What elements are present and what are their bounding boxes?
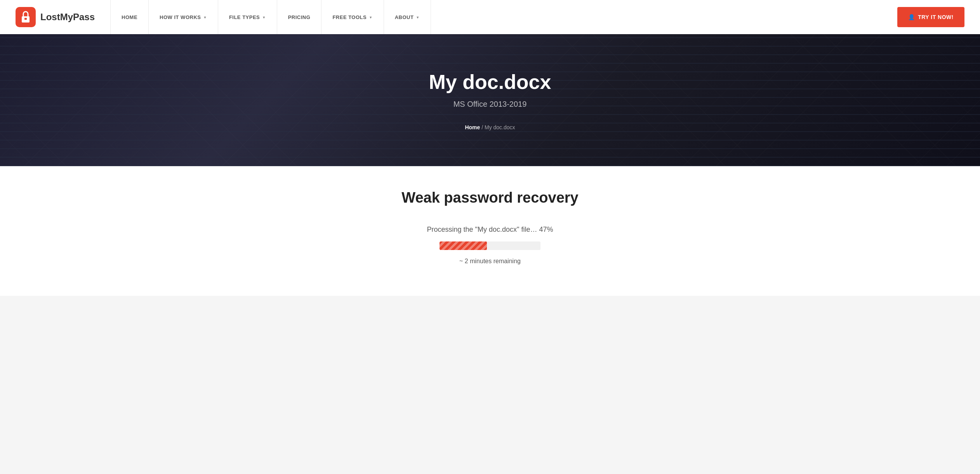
main-nav: HOME HOW IT WORKS ▼ FILE TYPES ▼ PRICING… <box>110 0 897 34</box>
chevron-down-icon: ▼ <box>262 16 266 19</box>
processing-text: Processing the "My doc.docx" file… 47% <box>427 226 553 234</box>
nav-item-file-types[interactable]: FILE TYPES ▼ <box>218 0 277 34</box>
logo-text: LostMyPass <box>40 12 95 23</box>
site-header: LostMyPass HOME HOW IT WORKS ▼ FILE TYPE… <box>0 0 980 34</box>
progress-bar-container <box>440 241 540 250</box>
progress-bar-fill <box>440 241 487 250</box>
nav-item-about[interactable]: ABOUT ▼ <box>384 0 431 34</box>
breadcrumb-home-link[interactable]: Home <box>465 124 480 130</box>
hero-subtitle: MS Office 2013-2019 <box>429 100 551 109</box>
hero-title: My doc.docx <box>429 70 551 94</box>
main-content: Weak password recovery Processing the "M… <box>0 166 980 296</box>
nav-item-pricing[interactable]: PRICING <box>277 0 322 34</box>
breadcrumb: Home / My doc.docx <box>429 124 551 130</box>
hero-content: My doc.docx MS Office 2013-2019 Home / M… <box>429 70 551 130</box>
nav-item-home[interactable]: HOME <box>110 0 149 34</box>
hero-section: My doc.docx MS Office 2013-2019 Home / M… <box>0 34 980 166</box>
user-icon: 👤 <box>908 14 915 20</box>
section-title: Weak password recovery <box>8 189 972 206</box>
breadcrumb-separator: / <box>480 124 485 130</box>
chevron-down-icon: ▼ <box>416 16 419 19</box>
logo-link[interactable]: LostMyPass <box>16 7 95 27</box>
chevron-down-icon: ▼ <box>203 16 207 19</box>
remaining-time-text: ~ 2 minutes remaining <box>459 258 521 265</box>
breadcrumb-current: My doc.docx <box>485 124 515 130</box>
chevron-down-icon: ▼ <box>369 16 372 19</box>
nav-item-free-tools[interactable]: FREE TOOLS ▼ <box>321 0 384 34</box>
nav-item-how-it-works[interactable]: HOW IT WORKS ▼ <box>149 0 218 34</box>
processing-area: Processing the "My doc.docx" file… 47% ~… <box>374 226 606 265</box>
try-it-now-button[interactable]: 👤 TRY IT NOW! <box>897 7 964 27</box>
svg-rect-2 <box>24 18 27 20</box>
progress-bar-stripes <box>440 241 487 250</box>
logo-icon <box>16 7 36 27</box>
